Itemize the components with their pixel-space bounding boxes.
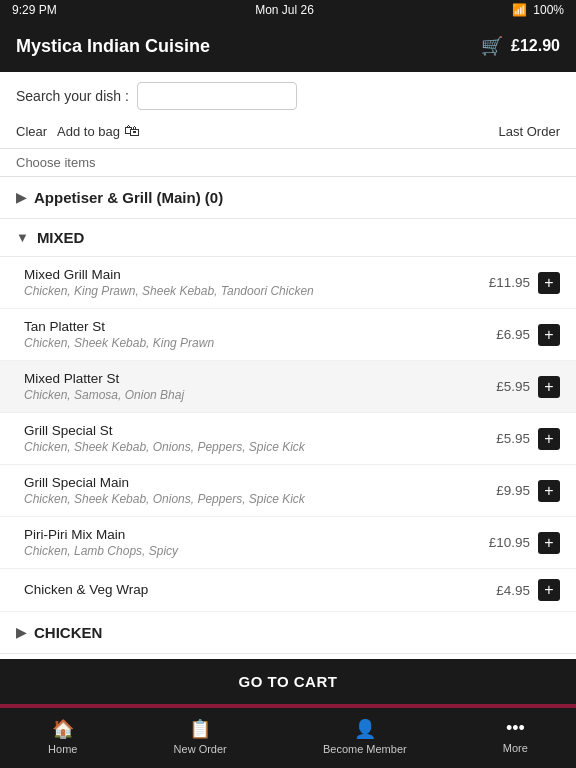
item-price-action: £6.95 + [496, 324, 560, 346]
menu-item-info: Grill Special St Chicken, Sheek Kebab, O… [24, 423, 496, 454]
app-header: Mystica Indian Cuisine 🛒 £12.90 [0, 20, 576, 72]
item-name: Chicken & Veg Wrap [24, 582, 496, 597]
category-arrow-chicken: ▶ [16, 625, 26, 640]
member-icon: 👤 [354, 718, 376, 740]
item-desc: Chicken, Lamb Chops, Spicy [24, 544, 489, 558]
choose-items-label: Choose items [0, 149, 576, 177]
status-time: 9:29 PM [12, 3, 57, 17]
wifi-icon: 📶 [512, 3, 527, 17]
app-title: Mystica Indian Cuisine [16, 36, 210, 57]
nav-become-member-label: Become Member [323, 743, 407, 755]
search-input[interactable] [137, 82, 297, 110]
menu-item: Mixed Grill Main Chicken, King Prawn, Sh… [0, 257, 576, 309]
item-price: £5.95 [496, 379, 530, 394]
menu-item: Mixed Platter St Chicken, Samosa, Onion … [0, 361, 576, 413]
item-desc: Chicken, Samosa, Onion Bhaj [24, 388, 496, 402]
menu-item-info: Mixed Platter St Chicken, Samosa, Onion … [24, 371, 496, 402]
add-item-button[interactable]: + [538, 324, 560, 346]
nav-home-label: Home [48, 743, 77, 755]
status-day: Mon Jul 26 [255, 3, 314, 17]
item-price-action: £5.95 + [496, 376, 560, 398]
category-chicken[interactable]: ▶ CHICKEN [0, 612, 576, 654]
item-name: Piri-Piri Mix Main [24, 527, 489, 542]
add-item-button[interactable]: + [538, 480, 560, 502]
category-mixed[interactable]: ▼ MIXED [0, 219, 576, 257]
category-label-appetiser: Appetiser & Grill (Main) (0) [34, 189, 223, 206]
search-label: Search your dish : [16, 88, 129, 104]
item-price: £11.95 [489, 275, 530, 290]
item-name: Mixed Grill Main [24, 267, 489, 282]
menu-item: Chicken & Veg Wrap £4.95 + [0, 569, 576, 612]
item-name: Grill Special Main [24, 475, 496, 490]
category-label-mixed: MIXED [37, 229, 85, 246]
go-to-cart-button[interactable]: GO TO CART [0, 659, 576, 704]
search-bar: Search your dish : Clear Add to bag 🛍 La… [0, 72, 576, 149]
item-name: Grill Special St [24, 423, 496, 438]
last-order-button[interactable]: Last Order [499, 124, 560, 139]
cart-summary[interactable]: 🛒 £12.90 [481, 35, 560, 57]
nav-home[interactable]: 🏠 Home [48, 718, 77, 755]
item-price-action: £9.95 + [496, 480, 560, 502]
item-name: Tan Platter St [24, 319, 496, 334]
item-desc: Chicken, Sheek Kebab, Onions, Peppers, S… [24, 492, 496, 506]
menu-item-info: Tan Platter St Chicken, Sheek Kebab, Kin… [24, 319, 496, 350]
category-appetiser[interactable]: ▶ Appetiser & Grill (Main) (0) [0, 177, 576, 219]
item-price: £10.95 [489, 535, 530, 550]
add-item-button[interactable]: + [538, 579, 560, 601]
item-price-action: £5.95 + [496, 428, 560, 450]
more-icon: ••• [506, 718, 525, 739]
item-price: £5.95 [496, 431, 530, 446]
nav-more[interactable]: ••• More [503, 718, 528, 754]
add-to-bag-button[interactable]: Add to bag 🛍 [57, 122, 140, 140]
menu-item: Piri-Piri Mix Main Chicken, Lamb Chops, … [0, 517, 576, 569]
add-item-button[interactable]: + [538, 272, 560, 294]
nav-new-order[interactable]: 📋 New Order [174, 718, 227, 755]
nav-become-member[interactable]: 👤 Become Member [323, 718, 407, 755]
menu-item-info: Mixed Grill Main Chicken, King Prawn, Sh… [24, 267, 489, 298]
menu-item: Grill Special Main Chicken, Sheek Kebab,… [0, 465, 576, 517]
clear-button[interactable]: Clear [16, 124, 47, 139]
bottom-nav: 🏠 Home 📋 New Order 👤 Become Member ••• M… [0, 708, 576, 768]
item-price: £9.95 [496, 483, 530, 498]
add-item-button[interactable]: + [538, 532, 560, 554]
new-order-icon: 📋 [189, 718, 211, 740]
item-desc: Chicken, King Prawn, Sheek Kebab, Tandoo… [24, 284, 489, 298]
cart-icon: 🛒 [481, 35, 503, 57]
item-price-action: £11.95 + [489, 272, 560, 294]
battery-level: 100% [533, 3, 564, 17]
item-name: Mixed Platter St [24, 371, 496, 386]
category-label-chicken: CHICKEN [34, 624, 102, 641]
item-price-action: £4.95 + [496, 579, 560, 601]
nav-more-label: More [503, 742, 528, 754]
home-icon: 🏠 [52, 718, 74, 740]
bag-icon: 🛍 [124, 122, 140, 139]
nav-new-order-label: New Order [174, 743, 227, 755]
cart-total: £12.90 [511, 37, 560, 55]
item-price-action: £10.95 + [489, 532, 560, 554]
status-bar: 9:29 PM Mon Jul 26 📶 100% [0, 0, 576, 20]
category-arrow-mixed: ▼ [16, 230, 29, 245]
item-desc: Chicken, Sheek Kebab, Onions, Peppers, S… [24, 440, 496, 454]
menu-content: ▶ Appetiser & Grill (Main) (0) ▼ MIXED M… [0, 177, 576, 659]
menu-item-info: Chicken & Veg Wrap [24, 582, 496, 599]
menu-item: Tan Platter St Chicken, Sheek Kebab, Kin… [0, 309, 576, 361]
menu-item-info: Grill Special Main Chicken, Sheek Kebab,… [24, 475, 496, 506]
item-price: £6.95 [496, 327, 530, 342]
item-desc: Chicken, Sheek Kebab, King Prawn [24, 336, 496, 350]
category-arrow-appetiser: ▶ [16, 190, 26, 205]
menu-item-info: Piri-Piri Mix Main Chicken, Lamb Chops, … [24, 527, 489, 558]
add-item-button[interactable]: + [538, 428, 560, 450]
add-item-button[interactable]: + [538, 376, 560, 398]
item-price: £4.95 [496, 583, 530, 598]
menu-item: Grill Special St Chicken, Sheek Kebab, O… [0, 413, 576, 465]
